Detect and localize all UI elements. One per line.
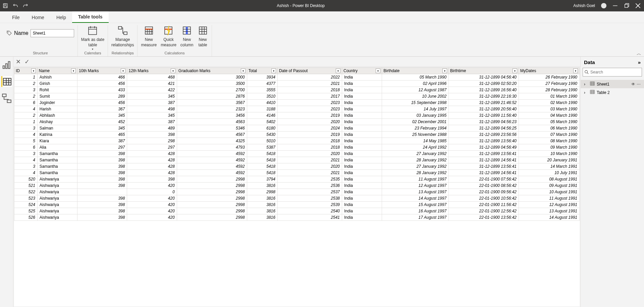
cell[interactable]: 289: [77, 93, 127, 100]
cell[interactable]: 22-01-1900 13:56:42: [449, 214, 519, 221]
cell[interactable]: 2998: [177, 176, 247, 183]
save-icon[interactable]: [3, 3, 8, 8]
cell[interactable]: 1: [14, 119, 38, 125]
cell[interactable]: 420: [127, 202, 177, 208]
cell[interactable]: 428: [127, 170, 177, 176]
table-row[interactable]: 5Kiara387298432550102018India14 May 1985…: [14, 138, 580, 144]
cell[interactable]: 01 March 1990: [519, 93, 580, 100]
cell[interactable]: 14 July 1997: [382, 106, 449, 112]
cell[interactable]: 5430: [247, 132, 277, 138]
filter-dropdown-icon[interactable]: ▾: [171, 68, 175, 73]
cell[interactable]: 10 August 1991: [519, 189, 580, 195]
cell[interactable]: 4793: [177, 144, 247, 151]
filter-dropdown-icon[interactable]: ▾: [241, 68, 246, 73]
cell[interactable]: 523: [14, 195, 38, 202]
cell[interactable]: 31-12-1899 13:56:41: [449, 151, 519, 157]
table-row[interactable]: 6Alia297297479353872018India24 April 199…: [14, 144, 580, 151]
cell[interactable]: Aishwariya: [37, 208, 77, 214]
filter-dropdown-icon[interactable]: ▾: [573, 68, 578, 73]
cell[interactable]: India: [342, 176, 382, 183]
new-table-button[interactable]: New table: [198, 25, 208, 48]
cell[interactable]: 3456: [177, 112, 247, 119]
cell[interactable]: 3000: [177, 74, 247, 81]
tab-home[interactable]: Home: [26, 12, 50, 23]
cell[interactable]: 2876: [177, 93, 247, 100]
cell[interactable]: 16 August 1997: [382, 208, 449, 214]
cell[interactable]: India: [342, 151, 382, 157]
cell[interactable]: 23 February 1994: [382, 125, 449, 132]
tab-file[interactable]: File: [6, 12, 26, 23]
cell[interactable]: 4563: [177, 119, 247, 125]
cell[interactable]: 524: [14, 202, 38, 208]
cell[interactable]: 420: [127, 183, 177, 189]
accept-formula-icon[interactable]: ✓: [23, 58, 30, 65]
cell[interactable]: 297: [127, 144, 177, 151]
cell[interactable]: 0: [127, 189, 177, 195]
cell[interactable]: 31-12-1899 14:56:41: [449, 157, 519, 163]
cell[interactable]: 2022: [277, 74, 342, 81]
cell[interactable]: India: [342, 138, 382, 144]
cell[interactable]: 4592: [177, 157, 247, 163]
cell[interactable]: 22-01-1900 07:56:42: [449, 176, 519, 183]
cell[interactable]: 3816: [247, 195, 277, 202]
cell[interactable]: 5346: [177, 125, 247, 132]
cell[interactable]: 398: [77, 176, 127, 183]
table-row[interactable]: 520Aishwariya398398299837942535India11 A…: [14, 176, 580, 183]
cell[interactable]: India: [342, 170, 382, 176]
cell[interactable]: 2541: [277, 214, 342, 221]
cell[interactable]: 09 August 1991: [519, 183, 580, 189]
cell[interactable]: 5418: [247, 151, 277, 157]
cell[interactable]: 07 March 1990: [519, 132, 580, 138]
cell[interactable]: 2024: [277, 125, 342, 132]
model-view-icon[interactable]: [1, 93, 12, 104]
cell[interactable]: 6180: [247, 125, 277, 132]
cell[interactable]: India: [342, 195, 382, 202]
table-row[interactable]: 3Samantha398428459254182020India27 Janua…: [14, 163, 580, 170]
cell[interactable]: 2023: [277, 106, 342, 112]
filter-dropdown-icon[interactable]: ▾: [376, 68, 380, 73]
cell[interactable]: 31-12-1899 11:56:40: [449, 112, 519, 119]
cell[interactable]: 2017: [277, 93, 342, 100]
cell[interactable]: 22-01-1900 09:56:42: [449, 189, 519, 195]
cell[interactable]: 2323: [177, 106, 247, 112]
table-row[interactable]: 1Akshay452387456354022020India02 Decembe…: [14, 119, 580, 125]
new-measure-button[interactable]: New measure: [141, 25, 157, 48]
cell[interactable]: 2998: [247, 189, 277, 195]
cell[interactable]: Aishwariya: [37, 202, 77, 208]
col-header[interactable]: Birthdate▾: [382, 68, 449, 74]
cell[interactable]: 2535: [277, 176, 342, 183]
cell[interactable]: India: [342, 132, 382, 138]
cell[interactable]: 12 August 1997: [382, 183, 449, 189]
cell[interactable]: 468: [127, 74, 177, 81]
cell[interactable]: 3555: [247, 87, 277, 93]
cell[interactable]: Samantha: [37, 170, 77, 176]
cell[interactable]: 398: [77, 214, 127, 221]
cell[interactable]: 367: [77, 106, 127, 112]
cell[interactable]: 345: [127, 93, 177, 100]
cell[interactable]: 398: [77, 170, 127, 176]
cell[interactable]: 3567: [177, 100, 247, 106]
cell[interactable]: Abhilash: [37, 112, 77, 119]
field-item[interactable]: ›Sheet1👁⋯: [581, 80, 644, 88]
cell[interactable]: 387: [77, 138, 127, 144]
cell[interactable]: 14 August 1991: [519, 214, 580, 221]
cell[interactable]: 4592: [177, 151, 247, 157]
cell[interactable]: 26 February 1990: [519, 74, 580, 81]
cell[interactable]: 2023: [277, 100, 342, 106]
cell[interactable]: 489: [127, 125, 177, 132]
cell[interactable]: 31-12-1899 04:56:49: [449, 144, 519, 151]
cell[interactable]: 31-12-1899 04:56:23: [449, 119, 519, 125]
table-row[interactable]: 522Aishwariya0299829982537India13 August…: [14, 189, 580, 195]
cell[interactable]: 2536: [277, 183, 342, 189]
col-header[interactable]: MyDates▾: [519, 68, 580, 74]
cell[interactable]: 4: [14, 132, 38, 138]
cell[interactable]: 2021: [277, 170, 342, 176]
cell[interactable]: 12 August 1987: [382, 87, 449, 93]
col-header[interactable]: Name▾: [37, 68, 77, 74]
cell[interactable]: 398: [127, 132, 177, 138]
cell[interactable]: 466: [77, 74, 127, 81]
table-row[interactable]: 521Aishwariya398420299838162536India12 A…: [14, 183, 580, 189]
cell[interactable]: India: [342, 81, 382, 87]
cell[interactable]: 3934: [247, 74, 277, 81]
cell[interactable]: 17 August 1997: [382, 214, 449, 221]
